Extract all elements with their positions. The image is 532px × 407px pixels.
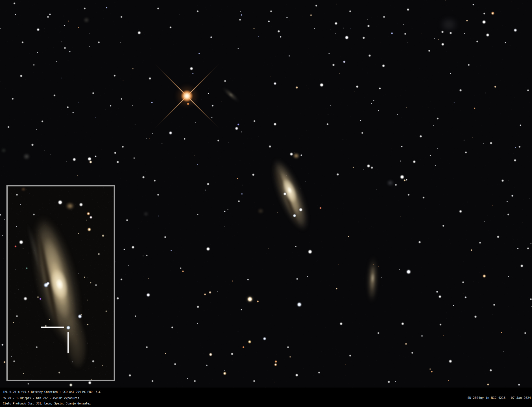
sn-marker-horizontal-line <box>41 327 64 328</box>
astrophoto-frame: TEL 0.20-m f/5.8 Ritchey-Chretien + CCD … <box>0 0 532 407</box>
caption-title-date: SN 2024gy in NGC 4216 - 07 Jan 2024 <box>467 396 531 400</box>
sn-marker-vertical-line <box>67 332 69 353</box>
caption-observatory-line: Cielo Profundo Obs. J01, Leon, Spain. Ju… <box>3 402 91 405</box>
caption-bar: TEL 0.20-m f/5.8 Ritchey-Chretien + CCD … <box>0 388 532 407</box>
sn-zoom-inset-box <box>6 185 115 381</box>
inset-stars-canvas <box>8 186 114 380</box>
caption-orientation-line: ^N >W - 1.70"/pix - bin 2x2 - 45x60" exp… <box>3 396 79 400</box>
sky-field <box>0 0 532 388</box>
caption-telescope-line: TEL 0.20-m f/5.8 Ritchey-Chretien + CCD … <box>3 390 101 393</box>
